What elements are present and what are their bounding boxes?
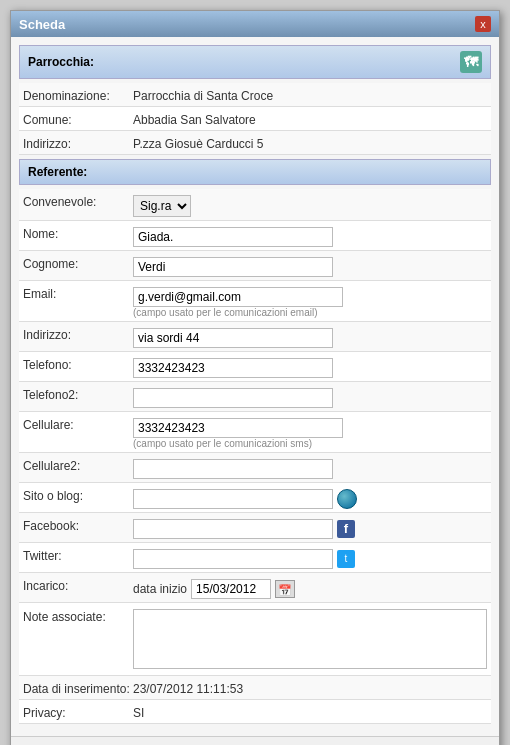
parrocchia-header: Parrocchia: 🗺 (19, 45, 491, 79)
referente-section: Referente: Convenevole: Sig.ra Sig. Dr. … (19, 159, 491, 724)
indirizzo-value (133, 325, 487, 348)
globe-icon[interactable] (337, 489, 357, 509)
indirizzo-parrocchia-value: P.zza Giosuè Carducci 5 (133, 134, 487, 151)
email-note: (campo usato per le comunicazioni email) (133, 307, 487, 318)
cellulare2-label: Cellulare2: (23, 456, 133, 473)
incarico-row: Incarico: data inizio 📅 (19, 573, 491, 603)
cellulare-value: (campo usato per le comunicazioni sms) (133, 415, 487, 449)
nome-row: Nome: (19, 221, 491, 251)
window-title: Scheda (19, 17, 65, 32)
facebook-icon[interactable]: f (337, 520, 355, 538)
data-inserimento-row: Data di inserimento: 23/07/2012 11:11:53 (19, 676, 491, 700)
indirizzo-row: Indirizzo: (19, 322, 491, 352)
main-window: Scheda x Parrocchia: 🗺 Denominazione: Pa… (10, 10, 500, 745)
cognome-value (133, 254, 487, 277)
telefono2-value (133, 385, 487, 408)
map-icon[interactable]: 🗺 (460, 51, 482, 73)
email-value: (campo usato per le comunicazioni email) (133, 284, 487, 318)
content-area: Parrocchia: 🗺 Denominazione: Parrocchia … (11, 37, 499, 736)
sito-label: Sito o blog: (23, 486, 133, 503)
privacy-label: Privacy: (23, 703, 133, 720)
facebook-label: Facebook: (23, 516, 133, 533)
cellulare-row: Cellulare: (campo usato per le comunicaz… (19, 412, 491, 453)
data-inserimento-label: Data di inserimento: (23, 679, 133, 696)
nome-input[interactable] (133, 227, 333, 247)
calendar-icon[interactable]: 📅 (275, 580, 295, 598)
cellulare2-input[interactable] (133, 459, 333, 479)
denominazione-value: Parrocchia di Santa Croce (133, 86, 487, 103)
cellulare2-row: Cellulare2: (19, 453, 491, 483)
denominazione-row: Denominazione: Parrocchia di Santa Croce (19, 83, 491, 107)
telefono-row: Telefono: (19, 352, 491, 382)
privacy-row: Privacy: SI (19, 700, 491, 724)
note-row: Note associate: (19, 603, 491, 676)
incarico-label: Incarico: (23, 576, 133, 593)
cellulare-input[interactable] (133, 418, 343, 438)
twitter-input[interactable] (133, 549, 333, 569)
parrocchia-label: Parrocchia: (28, 55, 94, 69)
referente-header: Referente: (19, 159, 491, 185)
cognome-input[interactable] (133, 257, 333, 277)
twitter-row: Twitter: t (19, 543, 491, 573)
privacy-value: SI (133, 703, 487, 720)
indirizzo-parrocchia-label: Indirizzo: (23, 134, 133, 151)
convenevole-value: Sig.ra Sig. Dr. Prof. (133, 192, 487, 217)
facebook-input[interactable] (133, 519, 333, 539)
referente-label: Referente: (28, 165, 87, 179)
telefono2-row: Telefono2: (19, 382, 491, 412)
twitter-icon[interactable]: t (337, 550, 355, 568)
nome-value (133, 224, 487, 247)
cognome-row: Cognome: (19, 251, 491, 281)
cellulare2-value (133, 456, 487, 479)
sito-input[interactable] (133, 489, 333, 509)
note-textarea[interactable] (133, 609, 487, 669)
comune-value: Abbadia San Salvatore (133, 110, 487, 127)
sito-row: Sito o blog: (19, 483, 491, 513)
incarico-date-input[interactable] (191, 579, 271, 599)
indirizzo-label: Indirizzo: (23, 325, 133, 342)
comune-label: Comune: (23, 110, 133, 127)
email-input[interactable] (133, 287, 343, 307)
nome-label: Nome: (23, 224, 133, 241)
convenevole-row: Convenevole: Sig.ra Sig. Dr. Prof. (19, 189, 491, 221)
twitter-label: Twitter: (23, 546, 133, 563)
parrocchia-section: Parrocchia: 🗺 Denominazione: Parrocchia … (19, 45, 491, 155)
data-inserimento-value: 23/07/2012 11:11:53 (133, 679, 487, 696)
buttons-row: Approva Chiudi Elimina Scheda (11, 736, 499, 745)
incarico-prefix: data inizio (133, 582, 187, 596)
email-row: Email: (campo usato per le comunicazioni… (19, 281, 491, 322)
telefono-label: Telefono: (23, 355, 133, 372)
title-bar: Scheda x (11, 11, 499, 37)
convenevole-select[interactable]: Sig.ra Sig. Dr. Prof. (133, 195, 191, 217)
indirizzo-input[interactable] (133, 328, 333, 348)
convenevole-label: Convenevole: (23, 192, 133, 209)
cellulare-label: Cellulare: (23, 415, 133, 432)
telefono-value (133, 355, 487, 378)
telefono2-label: Telefono2: (23, 385, 133, 402)
telefono-input[interactable] (133, 358, 333, 378)
telefono2-input[interactable] (133, 388, 333, 408)
denominazione-label: Denominazione: (23, 86, 133, 103)
indirizzo-parrocchia-row: Indirizzo: P.zza Giosuè Carducci 5 (19, 131, 491, 155)
comune-row: Comune: Abbadia San Salvatore (19, 107, 491, 131)
email-label: Email: (23, 284, 133, 301)
note-label: Note associate: (23, 606, 133, 624)
close-button[interactable]: x (475, 16, 491, 32)
facebook-row: Facebook: f (19, 513, 491, 543)
cognome-label: Cognome: (23, 254, 133, 271)
cellulare-note: (campo usato per le comunicazioni sms) (133, 438, 487, 449)
